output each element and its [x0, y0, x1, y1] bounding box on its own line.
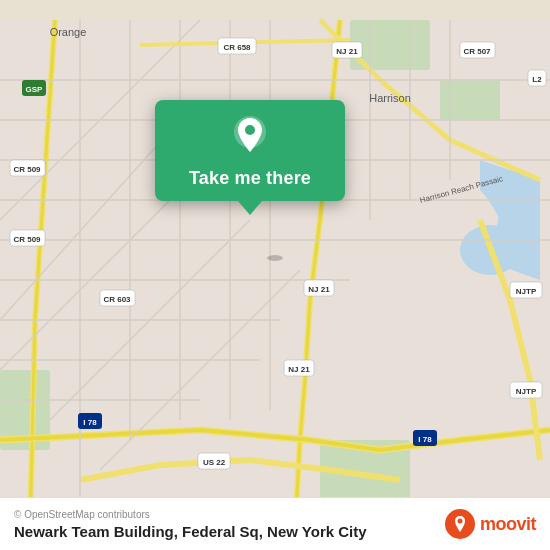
svg-point-63 [267, 255, 283, 261]
svg-text:CR 509: CR 509 [13, 235, 41, 244]
bottom-info: © OpenStreetMap contributors Newark Team… [14, 509, 367, 540]
svg-text:CR 507: CR 507 [463, 47, 491, 56]
svg-text:NJTP: NJTP [516, 387, 537, 396]
map-background: CR 658 NJ 21 CR 507 GSP L2 CR 509 CR 50 … [0, 0, 550, 550]
moovit-logo: moovit [444, 508, 536, 540]
location-name: Newark Team Building, Federal Sq, New Yo… [14, 523, 367, 540]
popup-card: Take me there [155, 100, 345, 201]
svg-text:NJ 21: NJ 21 [336, 47, 358, 56]
svg-text:CR 658: CR 658 [223, 43, 251, 52]
svg-text:Orange: Orange [50, 26, 87, 38]
bottom-bar: © OpenStreetMap contributors Newark Team… [0, 497, 550, 550]
svg-text:I 78: I 78 [83, 418, 97, 427]
take-me-there-button[interactable]: Take me there [189, 168, 311, 189]
svg-text:CR 509: CR 509 [13, 165, 41, 174]
svg-rect-2 [440, 80, 500, 120]
map-attribution: © OpenStreetMap contributors [14, 509, 367, 520]
svg-text:US 22: US 22 [203, 458, 226, 467]
svg-text:I 78: I 78 [418, 435, 432, 444]
svg-text:NJ 21: NJ 21 [308, 285, 330, 294]
svg-text:CR 603: CR 603 [103, 295, 131, 304]
location-pin-icon [228, 114, 272, 158]
moovit-brand-text: moovit [480, 514, 536, 535]
moovit-brand-icon [444, 508, 476, 540]
svg-point-67 [457, 519, 462, 524]
map-container: CR 658 NJ 21 CR 507 GSP L2 CR 509 CR 50 … [0, 0, 550, 550]
svg-point-65 [245, 125, 255, 135]
svg-text:NJ 21: NJ 21 [288, 365, 310, 374]
svg-text:NJTP: NJTP [516, 287, 537, 296]
svg-text:GSP: GSP [26, 85, 44, 94]
svg-text:Harrison: Harrison [369, 92, 411, 104]
svg-text:L2: L2 [532, 75, 542, 84]
